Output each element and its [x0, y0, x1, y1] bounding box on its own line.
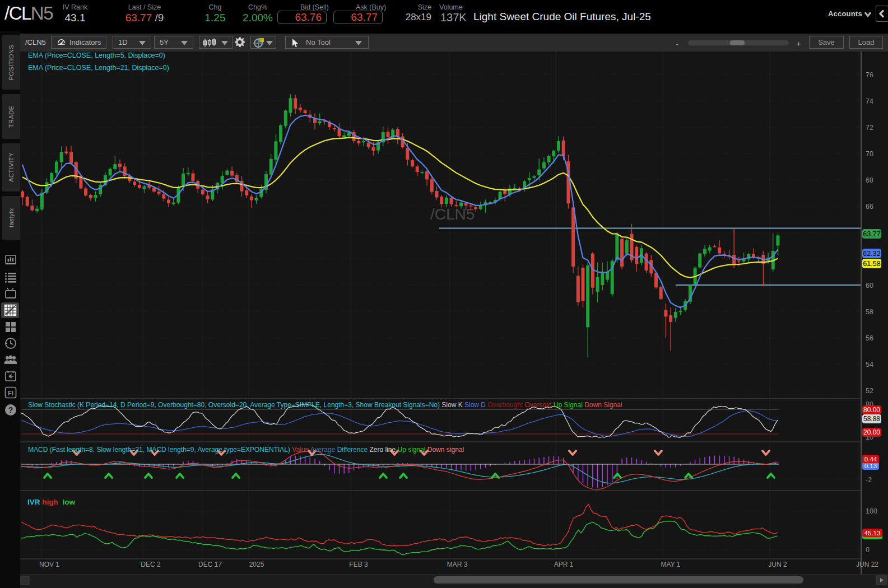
- svg-text:?: ?: [8, 405, 13, 414]
- svg-text:76: 76: [866, 71, 873, 79]
- svg-text:45.13: 45.13: [864, 530, 881, 536]
- svg-text:-2: -2: [866, 476, 872, 484]
- svg-text:DEC 17: DEC 17: [198, 561, 222, 568]
- svg-text:0: 0: [866, 546, 870, 554]
- svg-text:0.44: 0.44: [864, 456, 877, 463]
- svg-text:20.00: 20.00: [863, 428, 880, 436]
- svg-text:MACD (Fast length=8, Slow leng: MACD (Fast length=8, Slow length=21, MAC…: [28, 446, 464, 454]
- svg-text:2025: 2025: [249, 561, 264, 568]
- svg-text:100: 100: [866, 507, 877, 515]
- svg-text:70: 70: [866, 150, 873, 158]
- svg-text:JUN 22: JUN 22: [856, 561, 878, 568]
- svg-text:0.13: 0.13: [864, 463, 877, 469]
- svg-text:61.58: 61.58: [863, 260, 880, 268]
- svg-text:FEB 3: FEB 3: [349, 561, 368, 568]
- svg-text:72: 72: [866, 124, 873, 132]
- svg-text:EMA (Price=CLOSE, Length=21, D: EMA (Price=CLOSE, Length=21, Displace=0): [28, 64, 169, 72]
- svg-text:FI: FI: [8, 390, 13, 396]
- svg-text:68: 68: [866, 176, 873, 184]
- svg-text:58: 58: [866, 308, 873, 316]
- svg-text:MAY 1: MAY 1: [661, 561, 681, 568]
- svg-text:54: 54: [866, 361, 873, 368]
- svg-text:EMA (Price=CLOSE, Length=5, Di: EMA (Price=CLOSE, Length=5, Displace=0): [28, 52, 165, 59]
- svg-text:66: 66: [866, 203, 873, 211]
- svg-text:/CLN5: /CLN5: [430, 206, 475, 223]
- svg-text:Slow Stochastic (K Period=14,: Slow Stochastic (K Period=14, D Period=9…: [28, 401, 622, 409]
- svg-text:DEC 2: DEC 2: [141, 561, 161, 568]
- svg-text:60: 60: [866, 282, 873, 290]
- svg-text:JUN 2: JUN 2: [768, 561, 787, 568]
- svg-text:IVR high low: IVR high low: [27, 498, 76, 506]
- svg-text:80.00: 80.00: [863, 406, 880, 414]
- svg-text:63.77: 63.77: [863, 230, 880, 238]
- svg-text:74: 74: [866, 97, 873, 105]
- svg-text:52: 52: [866, 387, 873, 395]
- svg-text:MAR 3: MAR 3: [447, 561, 468, 568]
- svg-text:58.88: 58.88: [863, 415, 880, 423]
- svg-text:NOV 1: NOV 1: [39, 561, 59, 568]
- svg-text:APR 1: APR 1: [554, 561, 574, 568]
- svg-text:56: 56: [866, 334, 873, 342]
- svg-text:62.32: 62.32: [863, 250, 880, 258]
